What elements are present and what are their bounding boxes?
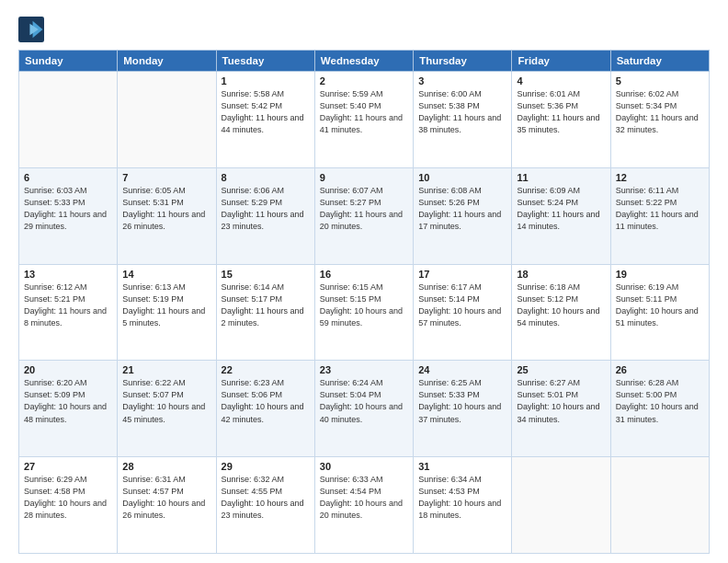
day-info: Sunrise: 6:31 AM Sunset: 4:57 PM Dayligh… xyxy=(122,474,210,522)
calendar-cell: 24Sunrise: 6:25 AM Sunset: 5:33 PM Dayli… xyxy=(414,361,512,457)
calendar-week-4: 20Sunrise: 6:20 AM Sunset: 5:09 PM Dayli… xyxy=(19,361,710,457)
day-number: 18 xyxy=(517,269,605,280)
day-number: 13 xyxy=(24,269,112,280)
day-info: Sunrise: 5:58 AM Sunset: 5:42 PM Dayligh… xyxy=(222,88,310,136)
day-number: 20 xyxy=(24,364,112,375)
calendar-cell: 19Sunrise: 6:19 AM Sunset: 5:11 PM Dayli… xyxy=(610,264,709,361)
day-number: 30 xyxy=(320,461,408,472)
calendar-cell: 2Sunrise: 5:59 AM Sunset: 5:40 PM Daylig… xyxy=(314,72,413,168)
day-info: Sunrise: 6:03 AM Sunset: 5:33 PM Dayligh… xyxy=(24,185,112,233)
calendar-cell xyxy=(19,72,118,168)
calendar-cell: 9Sunrise: 6:07 AM Sunset: 5:27 PM Daylig… xyxy=(314,167,413,264)
calendar-cell: 22Sunrise: 6:23 AM Sunset: 5:06 PM Dayli… xyxy=(216,361,314,457)
day-number: 24 xyxy=(418,364,506,375)
page: SundayMondayTuesdayWednesdayThursdayFrid… xyxy=(0,0,728,563)
calendar-table: SundayMondayTuesdayWednesdayThursdayFrid… xyxy=(18,50,710,554)
day-number: 23 xyxy=(320,364,408,375)
day-info: Sunrise: 6:24 AM Sunset: 5:04 PM Dayligh… xyxy=(320,377,408,425)
day-info: Sunrise: 6:08 AM Sunset: 5:26 PM Dayligh… xyxy=(418,185,506,233)
day-info: Sunrise: 6:34 AM Sunset: 4:53 PM Dayligh… xyxy=(418,474,506,522)
calendar-cell: 28Sunrise: 6:31 AM Sunset: 4:57 PM Dayli… xyxy=(118,457,216,554)
col-header-monday: Monday xyxy=(118,51,216,72)
col-header-sunday: Sunday xyxy=(19,51,118,72)
calendar-cell: 21Sunrise: 6:22 AM Sunset: 5:07 PM Dayli… xyxy=(118,361,216,457)
day-number: 2 xyxy=(320,75,408,86)
calendar-week-1: 1Sunrise: 5:58 AM Sunset: 5:42 PM Daylig… xyxy=(19,72,710,168)
day-info: Sunrise: 6:19 AM Sunset: 5:11 PM Dayligh… xyxy=(616,282,704,329)
calendar-cell: 30Sunrise: 6:33 AM Sunset: 4:54 PM Dayli… xyxy=(314,457,413,554)
col-header-saturday: Saturday xyxy=(610,51,709,72)
day-info: Sunrise: 6:32 AM Sunset: 4:55 PM Dayligh… xyxy=(222,474,310,522)
day-number: 16 xyxy=(320,269,408,280)
day-number: 27 xyxy=(24,461,112,472)
day-info: Sunrise: 6:07 AM Sunset: 5:27 PM Dayligh… xyxy=(320,185,408,233)
day-info: Sunrise: 6:17 AM Sunset: 5:14 PM Dayligh… xyxy=(418,282,506,329)
day-number: 1 xyxy=(222,75,310,86)
calendar-cell: 25Sunrise: 6:27 AM Sunset: 5:01 PM Dayli… xyxy=(512,361,610,457)
calendar-cell: 10Sunrise: 6:08 AM Sunset: 5:26 PM Dayli… xyxy=(414,167,512,264)
header xyxy=(18,17,710,42)
calendar-week-3: 13Sunrise: 6:12 AM Sunset: 5:21 PM Dayli… xyxy=(19,264,710,361)
calendar-week-2: 6Sunrise: 6:03 AM Sunset: 5:33 PM Daylig… xyxy=(19,167,710,264)
day-info: Sunrise: 6:23 AM Sunset: 5:06 PM Dayligh… xyxy=(222,377,310,425)
calendar-cell: 7Sunrise: 6:05 AM Sunset: 5:31 PM Daylig… xyxy=(118,167,216,264)
calendar-cell: 1Sunrise: 5:58 AM Sunset: 5:42 PM Daylig… xyxy=(216,72,314,168)
day-info: Sunrise: 6:06 AM Sunset: 5:29 PM Dayligh… xyxy=(222,185,310,233)
day-info: Sunrise: 6:01 AM Sunset: 5:36 PM Dayligh… xyxy=(517,88,605,136)
day-number: 26 xyxy=(616,364,704,375)
day-info: Sunrise: 6:14 AM Sunset: 5:17 PM Dayligh… xyxy=(222,282,310,329)
calendar-cell: 20Sunrise: 6:20 AM Sunset: 5:09 PM Dayli… xyxy=(19,361,118,457)
calendar-cell: 26Sunrise: 6:28 AM Sunset: 5:00 PM Dayli… xyxy=(610,361,709,457)
calendar-cell: 3Sunrise: 6:00 AM Sunset: 5:38 PM Daylig… xyxy=(414,72,512,168)
calendar-cell xyxy=(118,72,216,168)
day-info: Sunrise: 6:13 AM Sunset: 5:19 PM Dayligh… xyxy=(122,282,210,329)
calendar-week-5: 27Sunrise: 6:29 AM Sunset: 4:58 PM Dayli… xyxy=(19,457,710,554)
calendar-cell: 29Sunrise: 6:32 AM Sunset: 4:55 PM Dayli… xyxy=(216,457,314,554)
day-number: 8 xyxy=(222,172,310,183)
col-header-tuesday: Tuesday xyxy=(216,51,314,72)
day-number: 4 xyxy=(517,75,605,86)
day-number: 21 xyxy=(122,364,210,375)
day-number: 15 xyxy=(222,269,310,280)
calendar-cell xyxy=(512,457,610,554)
calendar-cell: 5Sunrise: 6:02 AM Sunset: 5:34 PM Daylig… xyxy=(610,72,709,168)
day-info: Sunrise: 6:12 AM Sunset: 5:21 PM Dayligh… xyxy=(24,282,112,329)
calendar-cell: 11Sunrise: 6:09 AM Sunset: 5:24 PM Dayli… xyxy=(512,167,610,264)
calendar-cell: 8Sunrise: 6:06 AM Sunset: 5:29 PM Daylig… xyxy=(216,167,314,264)
calendar-cell: 31Sunrise: 6:34 AM Sunset: 4:53 PM Dayli… xyxy=(414,457,512,554)
calendar-header-row: SundayMondayTuesdayWednesdayThursdayFrid… xyxy=(19,51,710,72)
logo xyxy=(18,17,48,42)
day-number: 14 xyxy=(122,269,210,280)
calendar-cell: 12Sunrise: 6:11 AM Sunset: 5:22 PM Dayli… xyxy=(610,167,709,264)
col-header-thursday: Thursday xyxy=(414,51,512,72)
day-info: Sunrise: 6:11 AM Sunset: 5:22 PM Dayligh… xyxy=(616,185,704,233)
day-info: Sunrise: 6:18 AM Sunset: 5:12 PM Dayligh… xyxy=(517,282,605,329)
calendar-cell: 13Sunrise: 6:12 AM Sunset: 5:21 PM Dayli… xyxy=(19,264,118,361)
day-info: Sunrise: 6:00 AM Sunset: 5:38 PM Dayligh… xyxy=(418,88,506,136)
day-number: 10 xyxy=(418,172,506,183)
day-number: 12 xyxy=(616,172,704,183)
calendar-cell: 23Sunrise: 6:24 AM Sunset: 5:04 PM Dayli… xyxy=(314,361,413,457)
day-info: Sunrise: 6:05 AM Sunset: 5:31 PM Dayligh… xyxy=(122,185,210,233)
col-header-friday: Friday xyxy=(512,51,610,72)
calendar-cell: 27Sunrise: 6:29 AM Sunset: 4:58 PM Dayli… xyxy=(19,457,118,554)
day-info: Sunrise: 6:02 AM Sunset: 5:34 PM Dayligh… xyxy=(616,88,704,136)
day-number: 22 xyxy=(222,364,310,375)
col-header-wednesday: Wednesday xyxy=(314,51,413,72)
calendar-cell xyxy=(610,457,709,554)
day-number: 28 xyxy=(122,461,210,472)
day-number: 6 xyxy=(24,172,112,183)
day-info: Sunrise: 6:28 AM Sunset: 5:00 PM Dayligh… xyxy=(616,377,704,425)
day-info: Sunrise: 6:15 AM Sunset: 5:15 PM Dayligh… xyxy=(320,282,408,329)
calendar-cell: 4Sunrise: 6:01 AM Sunset: 5:36 PM Daylig… xyxy=(512,72,610,168)
calendar-cell: 17Sunrise: 6:17 AM Sunset: 5:14 PM Dayli… xyxy=(414,264,512,361)
calendar-cell: 16Sunrise: 6:15 AM Sunset: 5:15 PM Dayli… xyxy=(314,264,413,361)
calendar-cell: 14Sunrise: 6:13 AM Sunset: 5:19 PM Dayli… xyxy=(118,264,216,361)
day-number: 29 xyxy=(222,461,310,472)
day-number: 5 xyxy=(616,75,704,86)
day-number: 9 xyxy=(320,172,408,183)
day-info: Sunrise: 6:22 AM Sunset: 5:07 PM Dayligh… xyxy=(122,377,210,425)
day-info: Sunrise: 6:25 AM Sunset: 5:33 PM Dayligh… xyxy=(418,377,506,425)
day-number: 17 xyxy=(418,269,506,280)
calendar-cell: 18Sunrise: 6:18 AM Sunset: 5:12 PM Dayli… xyxy=(512,264,610,361)
